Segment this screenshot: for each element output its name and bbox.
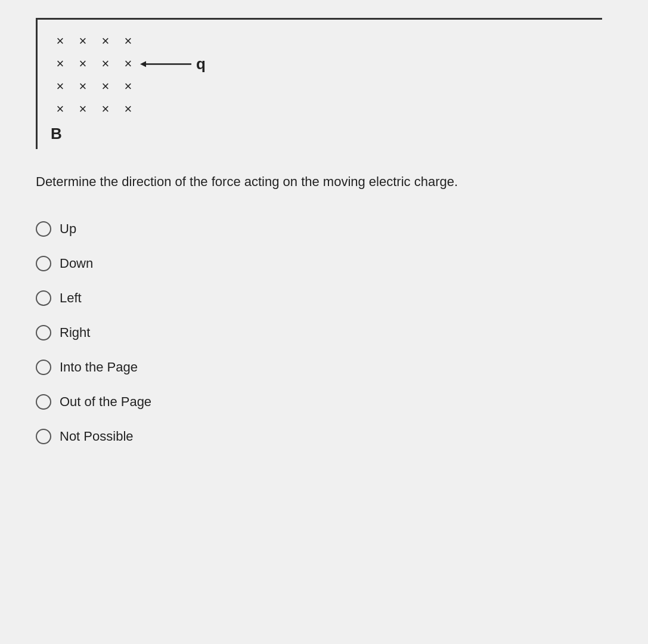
option-into-page[interactable]: Into the Page (36, 360, 602, 375)
left-arrow-svg (139, 58, 193, 70)
x-cell: × (95, 76, 116, 97)
x-cell: × (95, 53, 116, 75)
option-into-page-label: Into the Page (60, 360, 138, 375)
x-cell: × (95, 98, 116, 120)
x-cell: × (49, 30, 71, 52)
option-out-of-page-label: Out of the Page (60, 394, 151, 410)
option-up-label: Up (60, 221, 76, 237)
charge-q-label: q (196, 55, 206, 73)
x-cell: × (49, 76, 71, 97)
x-grid: × × × × × × × × q (49, 30, 590, 120)
x-cell: × (72, 30, 94, 52)
radio-up[interactable] (36, 221, 51, 237)
radio-into-page[interactable] (36, 360, 51, 375)
option-not-possible-label: Not Possible (60, 429, 134, 444)
x-cell: × (117, 98, 139, 120)
b-field-label: B (49, 125, 590, 143)
radio-down[interactable] (36, 256, 51, 271)
x-cell: × (95, 30, 116, 52)
radio-out-of-page[interactable] (36, 394, 51, 410)
option-right-label: Right (60, 325, 90, 340)
x-cell: × (72, 76, 94, 97)
options-list: Up Down Left Right Into the Page Out of … (36, 221, 602, 444)
option-down-label: Down (60, 256, 93, 271)
option-down[interactable]: Down (36, 256, 602, 271)
x-cell: × (49, 53, 71, 75)
option-not-possible[interactable]: Not Possible (36, 429, 602, 444)
x-cell: × (117, 30, 139, 52)
option-out-of-page[interactable]: Out of the Page (36, 394, 602, 410)
x-cell: × (72, 53, 94, 75)
x-cell: × (49, 98, 71, 120)
x-cell-arrow-row: × q (117, 53, 139, 75)
option-up[interactable]: Up (36, 221, 602, 237)
svg-marker-1 (140, 61, 146, 67)
question-text: Determine the direction of the force act… (36, 173, 602, 191)
radio-right[interactable] (36, 325, 51, 340)
option-left-label: Left (60, 290, 82, 306)
option-right[interactable]: Right (36, 325, 602, 340)
diagram-box: × × × × × × × × q (36, 18, 602, 149)
option-left[interactable]: Left (36, 290, 602, 306)
diagram-container: × × × × × × × × q (36, 18, 602, 149)
radio-left[interactable] (36, 290, 51, 306)
radio-not-possible[interactable] (36, 429, 51, 444)
main-content: × × × × × × × × q (36, 18, 602, 444)
x-cell: × (117, 76, 139, 97)
x-cell: × (72, 98, 94, 120)
